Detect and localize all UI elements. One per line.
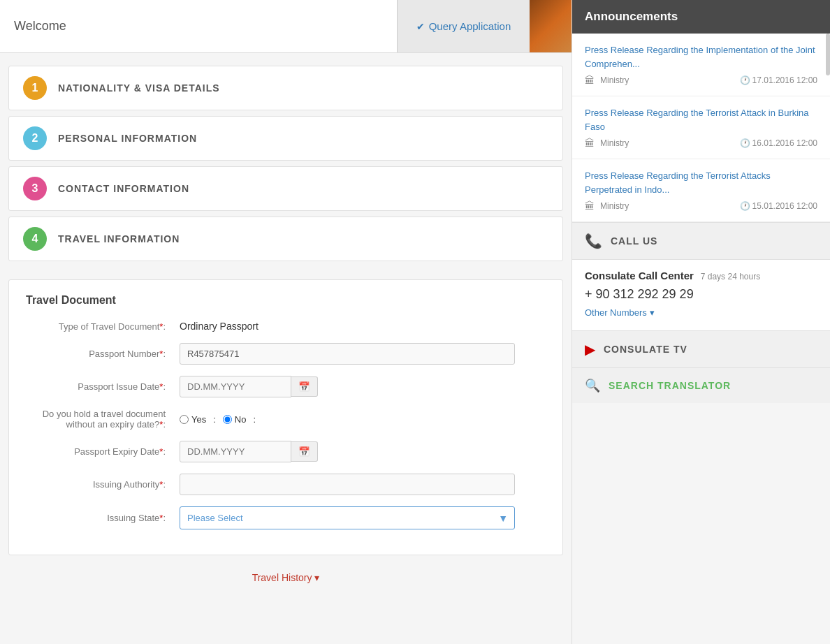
issue-date-input[interactable] bbox=[180, 376, 291, 397]
step-4-number: 4 bbox=[32, 233, 38, 245]
expiry-date-label: Passport Expiry Date*: bbox=[26, 446, 180, 457]
phone-icon: 📞 bbox=[585, 233, 602, 249]
step-1-number: 1 bbox=[32, 82, 38, 94]
type-value: Ordinary Passport bbox=[180, 321, 259, 332]
consulate-tv-widget[interactable]: ▶ CONSULATE TV bbox=[572, 330, 830, 367]
search-translator-label: SEARCH TRANSLATOR bbox=[609, 380, 731, 391]
expiry-date-input[interactable] bbox=[180, 441, 291, 462]
announcement-item-3: Press Release Regarding the Terrorist At… bbox=[572, 159, 830, 222]
passport-issue-date-row: Passport Issue Date*: 📅 bbox=[26, 376, 546, 397]
ann-source-1: Ministry bbox=[600, 75, 629, 85]
step-2-row[interactable]: 2 PERSONAL INFORMATION bbox=[8, 116, 563, 161]
consulate-tv-label: CONSULATE TV bbox=[604, 344, 687, 355]
travel-history-footer: Travel History ▾ bbox=[8, 561, 563, 594]
passport-number-input[interactable] bbox=[180, 343, 515, 365]
announcement-title-2[interactable]: Press Release Regarding the Terrorist At… bbox=[585, 106, 817, 133]
step-3-number: 3 bbox=[32, 182, 38, 195]
issuing-state-select[interactable]: Please Select bbox=[180, 506, 515, 529]
ann-time-1: 🕐 17.01.2016 12:00 bbox=[740, 75, 817, 85]
issue-date-label: Passport Issue Date*: bbox=[26, 381, 180, 392]
section-title: Travel Document bbox=[26, 294, 546, 307]
announcement-list: Press Release Regarding the Implementati… bbox=[572, 34, 830, 222]
call-us-body: Consulate Call Center 7 days 24 hours + … bbox=[572, 259, 830, 330]
check-icon: ✔ bbox=[416, 21, 425, 32]
ann-meta-1: 🏛 Ministry 🕐 17.01.2016 12:00 bbox=[585, 75, 817, 86]
expiry-date-wrapper: 📅 bbox=[180, 441, 318, 462]
top-nav: Welcome ✔ Query Application bbox=[0, 0, 571, 53]
call-us-label: CALL US bbox=[611, 235, 657, 247]
announcements-title: Announcements bbox=[585, 10, 678, 23]
call-us-widget-header: 📞 CALL US bbox=[572, 222, 830, 259]
ann-meta-3: 🏛 Ministry 🕐 15.01.2016 12:00 bbox=[585, 200, 817, 212]
passport-number-row: Passport Number*: bbox=[26, 343, 546, 365]
sidebar: Announcements Press Release Regarding th… bbox=[571, 0, 830, 644]
announcement-item-1: Press Release Regarding the Implementati… bbox=[572, 34, 830, 96]
expiry-yes-label[interactable]: Yes bbox=[180, 414, 206, 425]
announcement-title-3[interactable]: Press Release Regarding the Terrorist At… bbox=[585, 169, 817, 196]
query-tab-label: Query Application bbox=[429, 20, 511, 32]
issue-date-wrapper: 📅 bbox=[180, 376, 318, 397]
other-numbers-link[interactable]: Other Numbers ▾ bbox=[585, 307, 817, 318]
call-center-name: Consulate Call Center bbox=[585, 270, 694, 281]
step-2-label: PERSONAL INFORMATION bbox=[58, 133, 197, 144]
ministry-icon-3: 🏛 bbox=[585, 200, 595, 212]
expiry-no-label[interactable]: No bbox=[223, 414, 247, 425]
issuing-authority-label: Issuing Authority*: bbox=[26, 479, 180, 490]
clock-icon-1: 🕐 bbox=[740, 75, 750, 85]
step-4-circle: 4 bbox=[23, 227, 47, 251]
passport-number-label: Passport Number*: bbox=[26, 349, 180, 359]
issuing-authority-input[interactable] bbox=[180, 474, 515, 495]
step-1-row[interactable]: 1 NATIONALITY & VISA DETAILS bbox=[8, 66, 563, 110]
scrollbar[interactable] bbox=[826, 34, 830, 75]
expiry-yes-radio[interactable] bbox=[180, 415, 189, 424]
steps-container: 1 NATIONALITY & VISA DETAILS 2 PERSONAL … bbox=[0, 53, 571, 274]
step-3-circle: 3 bbox=[23, 177, 47, 200]
step-1-circle: 1 bbox=[23, 76, 47, 100]
expiry-radio-group: Yes : No : bbox=[180, 414, 256, 425]
ann-source-2: Ministry bbox=[600, 138, 629, 148]
ann-source-3: Ministry bbox=[600, 201, 629, 211]
announcement-title-1[interactable]: Press Release Regarding the Implementati… bbox=[585, 43, 817, 71]
issue-date-calendar-button[interactable]: 📅 bbox=[291, 376, 318, 397]
travel-history-link[interactable]: Travel History ▾ bbox=[252, 572, 320, 583]
clock-icon-3: 🕐 bbox=[740, 201, 750, 211]
expiry-no-radio[interactable] bbox=[223, 415, 232, 424]
ann-meta-2: 🏛 Ministry 🕐 16.01.2016 12:00 bbox=[585, 138, 817, 149]
clock-icon-2: 🕐 bbox=[740, 138, 750, 148]
type-of-travel-row: Type of Travel Document*: Ordinary Passp… bbox=[26, 321, 546, 332]
issuing-authority-row: Issuing Authority*: bbox=[26, 474, 546, 495]
welcome-text: Welcome bbox=[0, 0, 397, 52]
expiry-date-calendar-button[interactable]: 📅 bbox=[291, 441, 318, 462]
call-center-hours: 7 days 24 hours bbox=[701, 272, 760, 281]
step-3-label: CONTACT INFORMATION bbox=[58, 183, 189, 194]
expiry-question-label: Do you hold a travel document without an… bbox=[26, 409, 180, 430]
travel-document-section: Travel Document Type of Travel Document*… bbox=[8, 279, 563, 555]
type-label: Type of Travel Document*: bbox=[26, 321, 180, 332]
announcement-item-2: Press Release Regarding the Terrorist At… bbox=[572, 96, 830, 159]
ministry-icon-1: 🏛 bbox=[585, 75, 595, 86]
banner-image bbox=[530, 0, 571, 52]
issuing-state-row: Issuing State*: Please Select ▼ bbox=[26, 506, 546, 529]
phone-number: + 90 312 292 29 29 bbox=[585, 287, 817, 302]
step-2-number: 2 bbox=[32, 132, 38, 145]
call-center-name-row: Consulate Call Center 7 days 24 hours bbox=[585, 270, 817, 281]
passport-expiry-date-row: Passport Expiry Date*: 📅 bbox=[26, 441, 546, 462]
expiry-question-row: Do you hold a travel document without an… bbox=[26, 409, 546, 430]
youtube-icon: ▶ bbox=[585, 341, 595, 358]
welcome-label: Welcome bbox=[14, 19, 66, 34]
search-icon: 🔍 bbox=[585, 378, 600, 393]
ann-time-3: 🕐 15.01.2016 12:00 bbox=[740, 201, 817, 211]
step-2-circle: 2 bbox=[23, 126, 47, 150]
step-4-label: TRAVEL INFORMATION bbox=[58, 233, 180, 244]
step-1-label: NATIONALITY & VISA DETAILS bbox=[58, 82, 220, 94]
announcements-header: Announcements bbox=[572, 0, 830, 34]
search-translator-widget[interactable]: 🔍 SEARCH TRANSLATOR bbox=[572, 367, 830, 403]
chevron-down-icon: ▾ bbox=[650, 307, 655, 318]
step-3-row[interactable]: 3 CONTACT INFORMATION bbox=[8, 166, 563, 211]
step-4-row[interactable]: 4 TRAVEL INFORMATION bbox=[8, 217, 563, 261]
issuing-state-label: Issuing State*: bbox=[26, 513, 180, 523]
ann-time-2: 🕐 16.01.2016 12:00 bbox=[740, 138, 817, 148]
query-application-tab[interactable]: ✔ Query Application bbox=[397, 0, 530, 52]
issuing-state-select-wrapper: Please Select ▼ bbox=[180, 506, 515, 529]
ministry-icon-2: 🏛 bbox=[585, 138, 595, 149]
